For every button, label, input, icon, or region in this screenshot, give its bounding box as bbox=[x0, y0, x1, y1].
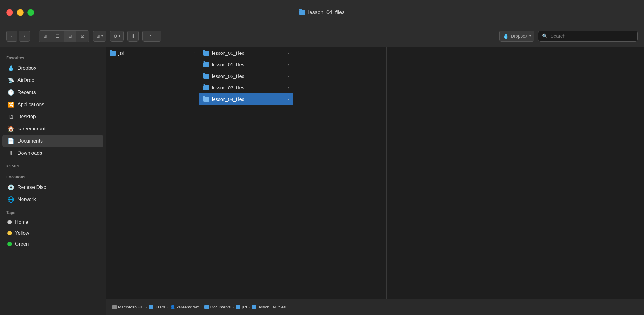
breadcrumb-user-label: kareemgrant bbox=[177, 305, 199, 309]
sidebar-item-documents[interactable]: 📄 Documents bbox=[2, 135, 103, 147]
folder-icon bbox=[203, 85, 209, 90]
sidebar-item-tag-yellow[interactable]: Yellow bbox=[2, 228, 103, 238]
sidebar-item-applications[interactable]: 🔀 Applications bbox=[2, 99, 103, 110]
sidebar-item-dropbox[interactable]: 💧 Dropbox bbox=[2, 62, 103, 74]
sidebar-item-desktop[interactable]: 🖥 Desktop bbox=[2, 111, 103, 123]
forward-button[interactable]: › bbox=[19, 31, 30, 42]
folder-icon bbox=[203, 74, 209, 79]
window-title: lesson_04_files bbox=[299, 9, 344, 16]
network-icon: 🌐 bbox=[7, 196, 14, 203]
view-buttons: ⊞ ☰ ⊟ ⊠ bbox=[39, 30, 89, 42]
search-icon: 🔍 bbox=[542, 33, 548, 39]
folder-icon bbox=[203, 62, 209, 67]
columns-area: jsd › lesson_00_files › lesson_01_files … bbox=[106, 47, 644, 299]
sidebar-documents-label: Documents bbox=[17, 138, 43, 144]
sidebar-item-tag-green[interactable]: Green bbox=[2, 239, 103, 249]
finder-content: jsd › lesson_00_files › lesson_01_files … bbox=[106, 47, 644, 315]
breadcrumb-item[interactable]: lesson_04_files bbox=[252, 305, 286, 309]
list-item[interactable]: lesson_00_files › bbox=[199, 47, 293, 59]
sidebar-item-tag-home[interactable]: Home bbox=[2, 217, 103, 228]
nav-buttons: ‹ › bbox=[6, 31, 30, 42]
documents-icon: 📄 bbox=[7, 138, 14, 144]
sidebar-dropbox-label: Dropbox bbox=[17, 65, 36, 71]
sidebar: Favorites 💧 Dropbox 📡 AirDrop 🕐 Recents … bbox=[0, 47, 106, 315]
desktop-icon: 🖥 bbox=[7, 113, 14, 120]
item-label: lesson_01_files bbox=[212, 62, 244, 67]
item-label: lesson_03_files bbox=[212, 85, 244, 90]
list-item[interactable]: lesson_01_files › bbox=[199, 59, 293, 70]
title-folder-icon bbox=[299, 10, 305, 15]
list-item[interactable]: jsd › bbox=[106, 47, 199, 59]
sidebar-item-recents[interactable]: 🕐 Recents bbox=[2, 87, 103, 98]
view-columns-button[interactable]: ⊟ bbox=[64, 31, 76, 42]
sidebar-recents-label: Recents bbox=[17, 90, 36, 95]
breadcrumb-sep: › bbox=[233, 305, 234, 309]
breadcrumb-sep: › bbox=[201, 305, 203, 309]
breadcrumb-item[interactable]: Users bbox=[149, 305, 165, 309]
view-gallery-button[interactable]: ⊠ bbox=[76, 31, 89, 42]
breadcrumb-item[interactable]: Macintosh HD bbox=[112, 305, 144, 309]
back-button[interactable]: ‹ bbox=[6, 31, 17, 42]
tags-button[interactable]: 🏷 bbox=[142, 31, 161, 42]
breadcrumb-item[interactable]: 👤 kareemgrant bbox=[170, 305, 199, 309]
breadcrumb-jsd-label: jsd bbox=[242, 305, 247, 309]
locations-label: Locations bbox=[0, 170, 106, 181]
breadcrumb-hd-label: Macintosh HD bbox=[118, 305, 144, 309]
tag-yellow-label: Yellow bbox=[15, 230, 29, 236]
search-bar[interactable]: 🔍 bbox=[538, 31, 638, 42]
breadcrumb-item[interactable]: Documents bbox=[204, 305, 231, 309]
dropbox-chevron: ▾ bbox=[529, 34, 531, 38]
search-input[interactable] bbox=[550, 33, 634, 39]
breadcrumb-folder-icon bbox=[252, 305, 256, 309]
breadcrumb-sep: › bbox=[167, 305, 168, 309]
status-bar: Macintosh HD › Users › 👤 kareemgrant › D… bbox=[106, 299, 644, 315]
sidebar-downloads-label: Downloads bbox=[17, 150, 42, 156]
columns-icon: ⊟ bbox=[68, 34, 72, 39]
sidebar-home-label: kareemgrant bbox=[17, 126, 46, 132]
item-label: jsd bbox=[118, 50, 124, 56]
breadcrumb-folder-icon bbox=[204, 305, 209, 309]
chevron-right-icon: › bbox=[288, 51, 289, 55]
view-list-button[interactable]: ☰ bbox=[51, 31, 64, 42]
main-content: Favorites 💧 Dropbox 📡 AirDrop 🕐 Recents … bbox=[0, 47, 644, 315]
chevron-right-icon: › bbox=[288, 74, 289, 78]
minimize-button[interactable] bbox=[17, 9, 24, 16]
list-item[interactable]: lesson_02_files › bbox=[199, 70, 293, 82]
sidebar-item-remotedisc[interactable]: 💿 Remote Disc bbox=[2, 181, 103, 193]
user-icon: 👤 bbox=[170, 305, 175, 309]
home-icon: 🏠 bbox=[7, 125, 14, 132]
share-button[interactable]: ⬆ bbox=[127, 31, 139, 42]
sidebar-item-home[interactable]: 🏠 kareemgrant bbox=[2, 123, 103, 135]
folder-icon bbox=[110, 51, 116, 56]
forward-icon: › bbox=[23, 33, 25, 39]
sidebar-item-airdrop[interactable]: 📡 AirDrop bbox=[2, 74, 103, 86]
sidebar-item-downloads[interactable]: ⬇ Downloads bbox=[2, 147, 103, 159]
view-options-dropdown[interactable]: ⊞ ▾ bbox=[93, 31, 106, 42]
breadcrumb-sep: › bbox=[146, 305, 147, 309]
dropbox-button[interactable]: 💧 Dropbox ▾ bbox=[499, 31, 534, 42]
close-button[interactable] bbox=[6, 9, 13, 16]
sidebar-item-network[interactable]: 🌐 Network bbox=[2, 194, 103, 205]
fullscreen-button[interactable] bbox=[27, 9, 34, 16]
hd-icon bbox=[112, 305, 117, 309]
view-icon-button[interactable]: ⊞ bbox=[39, 31, 51, 42]
toolbar: ‹ › ⊞ ☰ ⊟ ⊠ ⊞ ▾ ⚙ ▾ ⬆ 🏷 💧 Dropbox bbox=[0, 25, 644, 47]
green-tag-dot bbox=[7, 242, 12, 246]
grid-icon: ⊞ bbox=[43, 34, 47, 39]
list-item[interactable]: lesson_03_files › bbox=[199, 82, 293, 93]
share-icon: ⬆ bbox=[131, 33, 135, 39]
breadcrumb-sep: › bbox=[249, 305, 250, 309]
chevron-right-icon: › bbox=[194, 51, 195, 55]
gallery-icon: ⊠ bbox=[81, 34, 84, 39]
airdrop-icon: 📡 bbox=[7, 77, 14, 84]
breadcrumb-folder-icon bbox=[236, 305, 240, 309]
yellow-tag-dot bbox=[7, 231, 12, 235]
list-item[interactable]: lesson_04_files › bbox=[199, 93, 293, 105]
breadcrumb-item[interactable]: jsd bbox=[236, 305, 247, 309]
tag-home-label: Home bbox=[15, 219, 28, 225]
breadcrumb-documents-label: Documents bbox=[210, 305, 231, 309]
column-1: jsd › bbox=[106, 47, 199, 299]
sidebar-desktop-label: Desktop bbox=[17, 114, 36, 120]
settings-button[interactable]: ⚙ ▾ bbox=[110, 31, 124, 42]
home-tag-dot bbox=[7, 220, 12, 224]
